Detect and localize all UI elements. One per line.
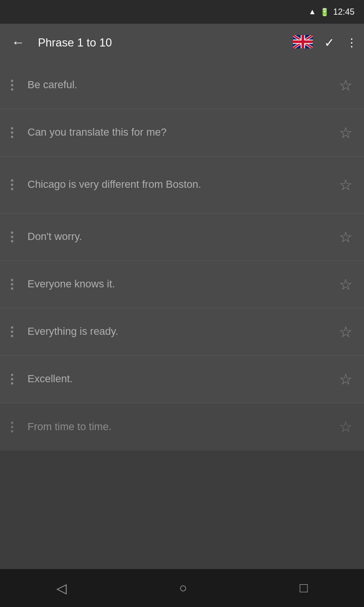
list-item: Chicago is very different from Boston. ☆ <box>0 156 364 213</box>
star-button[interactable]: ☆ <box>335 414 356 440</box>
nav-back-button[interactable]: ◁ <box>45 575 78 602</box>
nav-home-button[interactable]: ○ <box>168 575 199 601</box>
phrase-text: Can you translate this for me? <box>22 118 335 147</box>
status-bar: ▲ 🔋 12:45 <box>0 0 364 24</box>
list-item: From time to time. ☆ <box>0 403 364 451</box>
star-button[interactable]: ☆ <box>335 272 356 297</box>
star-button[interactable]: ☆ <box>335 172 356 198</box>
status-time: 12:45 <box>333 7 355 17</box>
confirm-button[interactable]: ✓ <box>324 36 335 50</box>
phrase-text: Excellent. <box>22 364 335 394</box>
phrase-text: Everyone knows it. <box>22 269 335 299</box>
list-item: Excellent. ☆ <box>0 356 364 403</box>
star-button[interactable]: ☆ <box>335 224 356 250</box>
nav-recents-button[interactable]: □ <box>288 575 319 601</box>
star-button[interactable]: ☆ <box>335 73 356 98</box>
phrase-text: Chicago is very different from Boston. <box>22 170 335 200</box>
battery-icon: 🔋 <box>320 8 329 17</box>
list-item: Don't worry. ☆ <box>0 213 364 261</box>
item-menu-button[interactable] <box>8 275 22 294</box>
phrase-text: Everything is ready. <box>22 317 335 347</box>
phrase-list: Be careful. ☆ Can you translate this for… <box>0 62 364 569</box>
star-button[interactable]: ☆ <box>335 319 356 345</box>
item-menu-button[interactable] <box>8 175 22 194</box>
star-button[interactable]: ☆ <box>335 120 356 146</box>
list-item: Everyone knows it. ☆ <box>0 261 364 308</box>
star-button[interactable]: ☆ <box>335 367 356 392</box>
item-menu-button[interactable] <box>8 418 22 436</box>
phrase-text: Don't worry. <box>22 222 335 252</box>
bottom-nav: ◁ ○ □ <box>0 569 364 607</box>
list-item: Can you translate this for me? ☆ <box>0 109 364 156</box>
page-title: Phrase 1 to 10 <box>38 36 283 49</box>
language-flag-button[interactable] <box>293 35 313 50</box>
list-item: Be careful. ☆ <box>0 62 364 109</box>
status-icons: ▲ 🔋 12:45 <box>309 7 355 17</box>
signal-icon: ▲ <box>309 8 316 16</box>
item-menu-button[interactable] <box>8 370 22 388</box>
more-options-button[interactable]: ⋮ <box>346 36 356 49</box>
item-menu-button[interactable] <box>8 228 22 246</box>
app-bar: ← Phrase 1 to 10 ✓ ⋮ <box>0 24 364 62</box>
phrase-text: Be careful. <box>22 70 335 100</box>
item-menu-button[interactable] <box>8 123 22 142</box>
phrase-text: From time to time. <box>22 412 335 442</box>
item-menu-button[interactable] <box>8 76 22 94</box>
item-menu-button[interactable] <box>8 322 22 341</box>
app-bar-actions: ✓ ⋮ <box>293 35 356 50</box>
list-item: Everything is ready. ☆ <box>0 308 364 356</box>
back-button[interactable]: ← <box>8 31 28 54</box>
